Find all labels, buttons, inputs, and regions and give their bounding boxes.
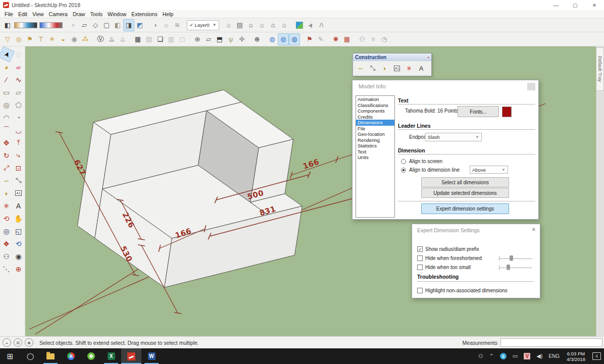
slider-thumb-2[interactable] <box>507 265 510 270</box>
sandbox-stamp-icon[interactable]: ⊤ <box>35 33 46 45</box>
material-sample-icon[interactable] <box>296 22 303 29</box>
model-info-item-dimensions[interactable]: Dimensions <box>356 120 394 126</box>
clock[interactable]: 6:03 PM 4/3/2018 <box>567 351 585 362</box>
image-pane-icon[interactable]: ▤ <box>143 33 155 45</box>
menu-view[interactable]: View <box>30 11 46 17</box>
zoom-previous-tool[interactable]: ⟲ <box>13 237 25 250</box>
protractor-tool[interactable]: ◗ <box>1 187 13 199</box>
shaded-style-icon[interactable]: ◧ <box>112 19 123 31</box>
text-color-swatch[interactable] <box>502 107 512 117</box>
section-plane-tool[interactable]: ⊕ <box>13 263 25 275</box>
shadow-toggle-icon[interactable]: ☼ <box>161 19 172 31</box>
model-info-item-components[interactable]: Components <box>356 108 394 114</box>
model-info-item-geo-location[interactable]: Geo-location <box>356 131 394 137</box>
language-indicator[interactable]: ENG <box>548 353 560 359</box>
slider-thumb-1[interactable] <box>510 255 513 261</box>
monochrome-style-icon[interactable]: ◩ <box>134 19 145 31</box>
geo-status-icon[interactable]: ◒ <box>3 338 11 347</box>
compass-tool[interactable]: ⊕ <box>251 33 263 45</box>
align-position-dropdown[interactable]: Above▼ <box>470 166 508 174</box>
sandbox-dome-icon[interactable]: ◒ <box>58 33 69 45</box>
highlight-non-associated-checkbox[interactable] <box>417 288 423 293</box>
people-icon[interactable]: ⚇ <box>478 353 483 359</box>
zoom-extents-tool[interactable]: ❖ <box>1 237 13 250</box>
dimension-tool[interactable]: ⤡ <box>13 174 25 187</box>
action-center-icon[interactable]: S <box>592 352 601 360</box>
menu-help[interactable]: Help <box>160 11 176 17</box>
arc-tool[interactable]: ◠ <box>1 111 13 124</box>
position-camera-tool[interactable]: ⚇ <box>1 250 13 263</box>
red-flag-icon[interactable]: ⚑ <box>304 33 315 45</box>
pie-tool[interactable]: ◔ <box>13 111 25 124</box>
camera-right-view-icon[interactable]: ⌂ <box>257 19 268 31</box>
axes-tool[interactable]: ✳ <box>1 199 13 212</box>
volume-icon[interactable]: ◀) <box>536 353 542 359</box>
vray-logo-icon[interactable]: Ⓥ <box>95 33 106 45</box>
hidden-line-style-icon[interactable]: ▢ <box>101 19 112 31</box>
menu-window[interactable]: Window <box>105 11 129 17</box>
minimize-button[interactable]: — <box>546 0 566 10</box>
offset-tool[interactable]: ⊡ <box>13 162 25 174</box>
checkbox-1[interactable] <box>417 255 423 261</box>
checkbox-2[interactable] <box>417 265 423 270</box>
presentation-board-icon[interactable]: ▦ <box>132 33 143 45</box>
close-icon[interactable]: ✕ <box>532 227 536 232</box>
model-info-item-statistics[interactable]: Statistics <box>356 143 394 149</box>
menu-draw[interactable]: Draw <box>70 11 88 17</box>
circle-tool[interactable]: ◎ <box>1 98 13 111</box>
chevron-up-icon[interactable]: ⌃ <box>489 353 494 359</box>
axes-icon[interactable]: ✳ <box>403 62 415 74</box>
export-cube-icon[interactable]: ⬒ <box>214 33 225 45</box>
model-info-item-text[interactable]: Text <box>356 149 394 155</box>
sandbox-wheel-icon[interactable]: ◉ <box>69 33 80 45</box>
grid-red-icon[interactable]: ▦ <box>341 33 353 45</box>
menu-edit[interactable]: Edit <box>16 11 30 17</box>
menu-extensions[interactable]: Extensions <box>129 11 160 17</box>
move-tool[interactable]: ✥ <box>1 136 13 149</box>
levels-gray-icon[interactable]: ≡ <box>368 33 379 45</box>
checkbox-0[interactable]: ✓ <box>417 246 423 252</box>
sandbox-burst-icon[interactable]: ✳ <box>46 33 58 45</box>
dimension-icon[interactable]: ⤡ <box>367 62 379 74</box>
tape-measure-icon[interactable]: ∽ <box>355 62 367 74</box>
model-info-item-credits[interactable]: Credits <box>356 114 394 120</box>
chrome[interactable] <box>61 348 81 364</box>
menu-tools[interactable]: Tools <box>87 11 105 17</box>
sandbox-torus-icon[interactable]: ◎ <box>13 33 24 45</box>
expert-dimension-settings-button[interactable]: Expert dimension settings <box>421 203 509 214</box>
back-edges-style-icon[interactable]: ▱ <box>79 19 90 31</box>
select-all-dimensions-button[interactable]: Select all dimensions <box>421 177 509 187</box>
gradient-strip-2-icon[interactable] <box>39 22 63 28</box>
pen-gray-icon[interactable]: ✎ <box>315 33 326 45</box>
line-tool[interactable]: ∕ <box>1 73 13 86</box>
vray-render-teapot-icon[interactable]: ♨ <box>106 33 117 45</box>
zoom-tool[interactable]: ◎ <box>1 225 13 237</box>
cube-tool[interactable]: ▱ <box>203 33 214 45</box>
file-explorer[interactable] <box>40 348 61 364</box>
sketchup[interactable] <box>121 348 141 364</box>
menu-camera[interactable]: Camera <box>46 11 70 17</box>
polygon-tool[interactable]: ⬠ <box>13 98 25 111</box>
two-point-arc-tool[interactable]: ⌒ <box>1 124 13 136</box>
text-icon[interactable]: A1 <box>391 62 403 74</box>
lock-pane-icon[interactable]: ◻ <box>177 33 188 45</box>
3d-text-tool[interactable]: A <box>13 199 25 212</box>
credit-status-icon[interactable]: ⊕ <box>14 338 22 347</box>
slider-1[interactable] <box>499 255 532 262</box>
cortana-button[interactable]: ◯ <box>20 348 40 364</box>
three-point-arc-tool[interactable]: ◡ <box>13 124 25 136</box>
display-icon[interactable]: ▭ <box>513 353 518 359</box>
v-app-icon[interactable]: V <box>524 353 530 359</box>
clock-gray-icon[interactable]: ◷ <box>379 33 390 45</box>
start-button[interactable]: ⊞ <box>0 348 20 364</box>
align-to-dimension-line-radio[interactable] <box>401 168 406 173</box>
camera-iso-view-icon[interactable]: ⌂ <box>223 19 234 31</box>
follow-me-tool[interactable]: ⤷ <box>13 149 25 162</box>
text-tool[interactable]: A1 <box>13 187 25 199</box>
endpoints-dropdown[interactable]: Slash▼ <box>425 133 482 141</box>
align-to-screen-radio[interactable] <box>401 159 406 164</box>
zoom-window-tool[interactable]: ◱ <box>13 225 25 237</box>
excel[interactable]: X <box>101 348 121 364</box>
tape-measure-tool[interactable]: ∽ <box>1 174 13 187</box>
lasso-tool[interactable]: ◌ <box>13 48 25 61</box>
